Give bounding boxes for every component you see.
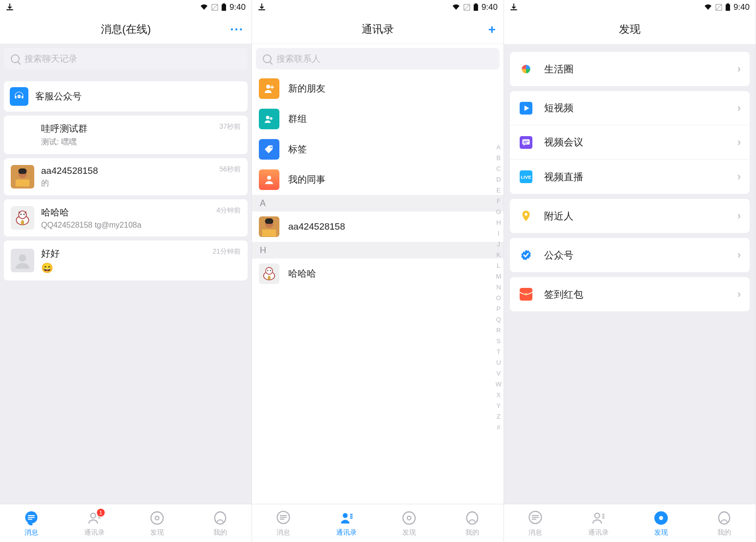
index-letter[interactable]: Q bbox=[496, 314, 501, 325]
index-letter[interactable]: Z bbox=[497, 411, 501, 422]
alpha-index[interactable]: ABCDEFGHIJKLMNOPQRSTUVWXYZ# bbox=[496, 142, 502, 433]
tab-me[interactable]: 我的 bbox=[693, 504, 756, 542]
badge: 1 bbox=[97, 509, 105, 517]
index-letter[interactable]: O bbox=[496, 293, 501, 304]
discover-item[interactable]: 签到红包› bbox=[510, 277, 750, 311]
index-letter[interactable]: S bbox=[497, 336, 501, 347]
index-letter[interactable]: L bbox=[497, 260, 500, 271]
search-input[interactable]: 搜索聊天记录 bbox=[4, 48, 248, 70]
discover-group: 附近人› bbox=[510, 199, 750, 233]
svg-point-17 bbox=[91, 513, 95, 518]
index-letter[interactable]: I bbox=[498, 228, 500, 239]
tab-discover[interactable]: 发现 bbox=[126, 504, 189, 542]
conversation-item[interactable]: 哈哈哈QQ424528158 tg@my2108a 4分钟前 bbox=[4, 199, 248, 236]
search-icon bbox=[263, 54, 272, 63]
index-letter[interactable]: W bbox=[496, 379, 502, 390]
conversation-item[interactable]: 哇呼测试群测试: 嘿嘿 37秒前 bbox=[4, 116, 248, 154]
svg-point-19 bbox=[156, 516, 160, 520]
contact-row[interactable]: aa424528158 bbox=[252, 212, 504, 242]
index-letter[interactable]: A bbox=[497, 142, 501, 153]
contact-menu: 新的朋友 群组 标签 我的同事 bbox=[252, 73, 504, 195]
download-icon bbox=[6, 3, 14, 11]
index-letter[interactable]: V bbox=[497, 368, 501, 379]
wifi-icon bbox=[200, 4, 208, 11]
more-button[interactable]: ··· bbox=[230, 22, 244, 37]
tab-contacts[interactable]: 通讯录 bbox=[567, 504, 630, 542]
discover-label: 附近人 bbox=[544, 210, 737, 223]
menu-tags[interactable]: 标签 bbox=[252, 134, 504, 165]
tab-messages[interactable]: 消息 bbox=[252, 504, 315, 542]
search-input[interactable]: 搜索联系人 bbox=[256, 48, 500, 70]
svg-point-13 bbox=[23, 214, 25, 215]
svg-point-36 bbox=[270, 270, 271, 271]
tab-me[interactable]: 我的 bbox=[189, 504, 252, 542]
index-letter[interactable]: # bbox=[497, 422, 500, 433]
chevron-right-icon: › bbox=[737, 288, 741, 301]
menu-groups[interactable]: 群组 bbox=[252, 104, 504, 134]
packet-icon bbox=[519, 287, 533, 302]
tag-icon bbox=[259, 139, 279, 160]
svg-line-44 bbox=[716, 5, 721, 10]
add-button[interactable]: + bbox=[488, 22, 496, 37]
discover-item[interactable]: 短视频› bbox=[510, 91, 750, 125]
index-letter[interactable]: F bbox=[497, 196, 501, 207]
svg-text:LIVE: LIVE bbox=[521, 174, 531, 180]
contacts-icon bbox=[590, 510, 607, 526]
me-icon bbox=[212, 510, 229, 526]
tab-me[interactable]: 我的 bbox=[441, 504, 504, 542]
svg-point-42 bbox=[467, 512, 478, 524]
index-letter[interactable]: H bbox=[496, 217, 501, 228]
tab-discover[interactable]: 发现 bbox=[630, 504, 693, 542]
svg-point-39 bbox=[343, 513, 347, 518]
svg-rect-3 bbox=[223, 3, 225, 4]
index-letter[interactable]: C bbox=[496, 164, 501, 174]
index-letter[interactable]: E bbox=[497, 185, 501, 196]
index-letter[interactable]: R bbox=[496, 325, 501, 336]
conversation-item[interactable]: aa424528158的 56秒前 bbox=[4, 158, 248, 195]
messages-icon bbox=[23, 510, 40, 526]
no-sim-icon bbox=[715, 4, 722, 11]
tab-contacts[interactable]: 1 通讯录 bbox=[63, 504, 126, 542]
chevron-right-icon: › bbox=[737, 210, 741, 222]
discover-item[interactable]: 附近人› bbox=[510, 199, 750, 233]
tab-discover[interactable]: 发现 bbox=[378, 504, 441, 542]
svg-point-40 bbox=[403, 512, 415, 524]
discover-icon bbox=[653, 510, 669, 526]
discover-icon bbox=[401, 510, 417, 526]
index-letter[interactable]: J bbox=[497, 239, 501, 250]
index-letter[interactable]: X bbox=[497, 390, 501, 401]
index-letter[interactable]: D bbox=[496, 174, 501, 185]
play-icon bbox=[519, 101, 533, 116]
customer-service-row[interactable]: 客服公众号 bbox=[4, 81, 248, 112]
contact-row[interactable]: 哈哈哈 bbox=[252, 259, 504, 289]
tab-messages[interactable]: 消息 bbox=[504, 504, 567, 542]
index-letter[interactable]: T bbox=[497, 347, 501, 357]
svg-point-28 bbox=[270, 146, 272, 148]
index-letter[interactable]: B bbox=[497, 153, 501, 164]
svg-point-18 bbox=[151, 512, 163, 524]
index-letter[interactable]: G bbox=[496, 207, 501, 217]
index-letter[interactable]: K bbox=[497, 250, 501, 260]
pin-icon bbox=[519, 209, 533, 223]
menu-new-friends[interactable]: 新的朋友 bbox=[252, 73, 504, 104]
svg-point-14 bbox=[21, 220, 24, 225]
chevron-right-icon: › bbox=[737, 102, 741, 115]
index-letter[interactable]: U bbox=[496, 357, 501, 368]
discover-item[interactable]: 视频会议› bbox=[510, 125, 750, 160]
svg-rect-9 bbox=[19, 168, 27, 174]
tab-messages[interactable]: 消息 bbox=[0, 504, 63, 542]
discover-item[interactable]: LIVE视频直播› bbox=[510, 160, 750, 194]
discover-group: 公众号› bbox=[510, 238, 750, 272]
status-bar: 9:40 bbox=[0, 0, 252, 15]
discover-item[interactable]: 公众号› bbox=[510, 238, 750, 272]
tab-contacts[interactable]: 通讯录 bbox=[315, 504, 378, 542]
index-letter[interactable]: M bbox=[496, 271, 501, 282]
index-letter[interactable]: N bbox=[496, 282, 501, 293]
group-avatar bbox=[11, 123, 34, 147]
conversation-item[interactable]: 好好😄 21分钟前 bbox=[4, 240, 248, 281]
index-letter[interactable]: P bbox=[497, 304, 501, 314]
content: 搜索联系人 新的朋友 群组 标签 我的同事 A aa424528158 bbox=[252, 44, 504, 504]
menu-colleagues[interactable]: 我的同事 bbox=[252, 165, 504, 195]
index-letter[interactable]: Y bbox=[497, 401, 501, 411]
discover-item[interactable]: 生活圈› bbox=[510, 52, 750, 86]
